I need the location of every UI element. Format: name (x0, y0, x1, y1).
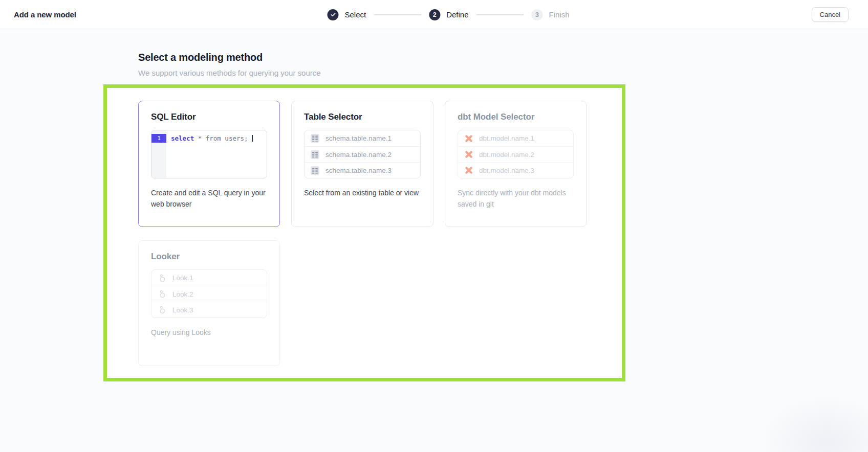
looker-logo-icon (157, 305, 167, 315)
table-name: schema.table.name.3 (326, 167, 392, 174)
page-title: Add a new model (14, 0, 76, 29)
table-name: schema.table.name.2 (326, 151, 392, 159)
dbt-model-name: dbt.model.name.2 (479, 151, 534, 159)
dbt-logo-icon (464, 166, 473, 175)
list-item: schema.table.name.1 (305, 130, 420, 146)
step-define-indicator: 2 (429, 9, 440, 20)
step-define[interactable]: 2 Define (429, 9, 468, 20)
card-title: Table Selector (304, 112, 421, 122)
card-title: dbt Model Selector (458, 112, 574, 122)
list-item: dbt.model.name.3 (458, 162, 573, 178)
stepper: Select 2 Define 3 Finish (327, 0, 569, 29)
step-complete-check-icon (327, 9, 338, 20)
card-dbt-model-selector: dbt Model Selector dbt.model.name.1 dbt.… (445, 101, 587, 227)
card-table-selector[interactable]: Table Selector schema.table.name.1 schem… (291, 101, 433, 227)
step-define-label: Define (446, 10, 468, 19)
step-select[interactable]: Select (327, 9, 366, 20)
table-icon (310, 133, 320, 143)
look-list: Look.1 Look.2 Look.3 (151, 269, 267, 318)
list-item: dbt.model.name.2 (458, 146, 573, 162)
look-name: Look.1 (172, 274, 193, 282)
look-name: Look.3 (172, 306, 193, 314)
text-cursor (252, 135, 253, 142)
look-name: Look.2 (172, 290, 193, 298)
corner-widget-glow (761, 396, 868, 452)
wizard-header: Add a new model Select 2 Define 3 Finish… (0, 0, 868, 29)
list-item: Look.3 (151, 302, 267, 318)
page-subheading: We support various methods for querying … (138, 69, 321, 77)
card-description: Select from an existing table or view (304, 187, 421, 198)
card-title: Looker (151, 252, 267, 262)
line-number: 1 (151, 134, 166, 143)
card-description: Create and edit a SQL query in your web … (151, 187, 267, 210)
dbt-logo-icon (464, 133, 473, 143)
card-sql-editor[interactable]: SQL Editor 1 select * from users; Create… (138, 101, 280, 227)
sql-editor-preview: 1 select * from users; (151, 130, 267, 178)
card-description: Sync directly with your dbt models saved… (458, 187, 574, 210)
card-description: Query using Looks (151, 327, 267, 338)
card-title: SQL Editor (151, 112, 267, 122)
code-line: select * from users; (171, 134, 267, 143)
table-list: schema.table.name.1 schema.table.name.2 … (304, 130, 421, 178)
dbt-logo-icon (464, 150, 473, 160)
sql-code-rest: * from users; (194, 134, 252, 142)
looker-logo-icon (157, 273, 167, 283)
list-item: Look.2 (151, 286, 267, 302)
page-heading: Select a modeling method (138, 52, 263, 63)
editor-gutter: 1 (151, 130, 166, 178)
card-looker: Looker Look.1 Look.2 Look.3 Query using … (138, 240, 280, 366)
step-finish-indicator: 3 (532, 9, 543, 20)
table-icon (310, 150, 320, 160)
list-item: schema.table.name.3 (305, 162, 420, 178)
list-item: Look.1 (151, 270, 267, 286)
step-select-label: Select (344, 10, 366, 19)
dbt-model-name: dbt.model.name.1 (479, 134, 534, 142)
list-item: dbt.model.name.1 (458, 130, 573, 146)
looker-logo-icon (157, 289, 167, 299)
sql-keyword: select (171, 134, 194, 142)
step-finish-label: Finish (549, 10, 570, 19)
editor-code-area: select * from users; (166, 130, 267, 178)
list-item: schema.table.name.2 (305, 146, 420, 162)
table-icon (310, 166, 320, 175)
table-name: schema.table.name.1 (326, 134, 392, 142)
cancel-button[interactable]: Cancel (812, 7, 849, 22)
step-finish: 3 Finish (532, 9, 570, 20)
step-connector (476, 14, 524, 15)
step-connector (374, 14, 421, 15)
dbt-model-list: dbt.model.name.1 dbt.model.name.2 dbt.mo… (458, 130, 574, 178)
dbt-model-name: dbt.model.name.3 (479, 167, 534, 174)
